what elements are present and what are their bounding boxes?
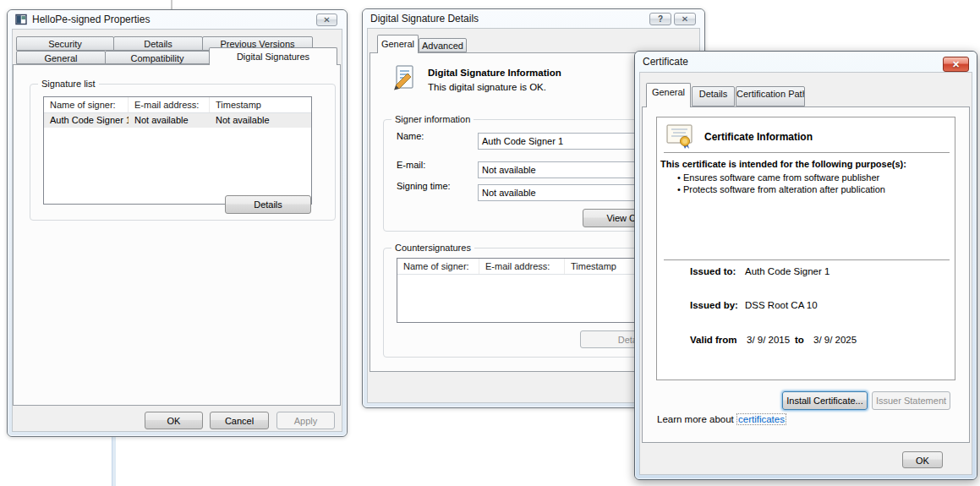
desktop: HelloPe-signed Properties ✕ Security Det… bbox=[0, 0, 980, 486]
window-title: HelloPe-signed Properties bbox=[32, 14, 150, 25]
apply-button: Apply bbox=[276, 412, 335, 429]
divider bbox=[664, 152, 950, 153]
tab-general[interactable]: General bbox=[377, 35, 419, 53]
certificate-info-box: Certificate Information This certificate… bbox=[656, 117, 955, 380]
cell-name-of-signer: Auth Code Signer 1 bbox=[44, 113, 129, 128]
tab-digital-signatures[interactable]: Digital Signatures bbox=[209, 47, 337, 65]
digital-signatures-page: Signature list Name of signer: E-mail ad… bbox=[13, 64, 341, 406]
tab-details[interactable]: Details bbox=[692, 86, 735, 106]
purpose-heading: This certificate is intended for the fol… bbox=[660, 159, 906, 169]
cell-email-address: Not available bbox=[129, 113, 210, 128]
signature-list-label: Signature list bbox=[38, 79, 99, 89]
signing-time-label: Signing time: bbox=[397, 181, 451, 191]
purpose-item: Protects software from alteration after … bbox=[677, 184, 885, 194]
valid-to-value: 3/ 9/ 2025 bbox=[813, 335, 857, 345]
ok-button[interactable]: OK bbox=[902, 451, 943, 468]
close-icon: ✕ bbox=[682, 14, 688, 24]
background-window-edge bbox=[112, 437, 116, 486]
details-button[interactable]: Details bbox=[225, 195, 311, 214]
purpose-item: Ensures software came from software publ… bbox=[677, 172, 879, 183]
question-icon: ? bbox=[658, 14, 663, 24]
learn-more-text: Learn more about certificates bbox=[657, 414, 786, 424]
certificate-icon bbox=[665, 123, 696, 150]
cell-timestamp: Not available bbox=[210, 113, 311, 128]
certificate-general-page: Certificate Information This certificate… bbox=[642, 106, 970, 443]
issued-to-label: Issued to: bbox=[690, 266, 736, 276]
tab-details[interactable]: Details bbox=[113, 36, 203, 51]
certificates-link[interactable]: certificates bbox=[736, 413, 786, 425]
install-certificate-button[interactable]: Install Certificate... bbox=[782, 391, 868, 410]
application-icon bbox=[15, 14, 27, 25]
tab-security[interactable]: Security bbox=[16, 36, 114, 51]
signature-status-text: This digital signature is OK. bbox=[428, 82, 546, 92]
help-button[interactable]: ? bbox=[649, 13, 671, 25]
signature-document-icon bbox=[392, 65, 418, 91]
certificate-info-title: Certificate Information bbox=[704, 131, 813, 143]
name-label: Name: bbox=[397, 131, 424, 141]
learn-more-prefix: Learn more about bbox=[657, 414, 734, 424]
divider bbox=[664, 259, 950, 260]
valid-from-value: 3/ 9/ 2015 bbox=[747, 335, 790, 345]
signature-info-title: Digital Signature Information bbox=[428, 68, 561, 78]
signature-list[interactable]: Name of signer: E-mail address: Timestam… bbox=[43, 96, 312, 205]
close-button[interactable]: ✕ bbox=[674, 13, 696, 25]
column-header[interactable]: Name of signer: bbox=[44, 97, 129, 112]
background-window-edge bbox=[171, 0, 172, 9]
valid-to-word: to bbox=[795, 335, 804, 345]
column-header[interactable]: E-mail address: bbox=[129, 97, 210, 112]
table-row[interactable]: Auth Code Signer 1 Not available Not ava… bbox=[44, 113, 311, 128]
signature-list-header: Name of signer: E-mail address: Timestam… bbox=[44, 97, 311, 113]
tab-certification-path[interactable]: Certification Path bbox=[736, 86, 805, 106]
close-button[interactable]: ✕ bbox=[316, 14, 337, 26]
close-icon: ✕ bbox=[952, 59, 960, 69]
column-header[interactable]: Timestamp bbox=[210, 97, 311, 112]
tab-general[interactable]: General bbox=[16, 51, 106, 64]
issued-by-label: Issued by: bbox=[690, 300, 738, 310]
properties-dialog-titlebar[interactable]: HelloPe-signed Properties bbox=[8, 10, 347, 29]
certificate-body: General Details Certification Path Certi… bbox=[639, 72, 972, 475]
issued-to-value: Auth Code Signer 1 bbox=[745, 266, 829, 276]
column-header[interactable]: E-mail address: bbox=[479, 259, 565, 274]
tab-general[interactable]: General bbox=[646, 83, 691, 107]
certificate-titlebar[interactable]: Certificate bbox=[635, 52, 977, 72]
close-button[interactable]: ✕ bbox=[943, 57, 969, 72]
window-title: Certificate bbox=[643, 56, 688, 68]
tab-advanced[interactable]: Advanced bbox=[419, 38, 467, 52]
issuer-statement-button: Issuer Statement bbox=[872, 391, 950, 410]
email-label: E-mail: bbox=[397, 160, 425, 170]
window-title: Digital Signature Details bbox=[370, 13, 479, 25]
tab-compatibility[interactable]: Compatibility bbox=[105, 51, 210, 64]
signer-information-label: Signer information bbox=[391, 114, 474, 124]
issued-by-value: DSS Root CA 10 bbox=[745, 300, 818, 310]
column-header[interactable]: Name of signer: bbox=[397, 259, 479, 274]
close-icon: ✕ bbox=[323, 15, 330, 25]
cancel-button[interactable]: Cancel bbox=[210, 412, 269, 429]
properties-dialog-window: HelloPe-signed Properties ✕ Security Det… bbox=[7, 9, 348, 437]
certificate-dialog-window: Certificate ✕ General Details Certificat… bbox=[634, 51, 977, 480]
properties-dialog-body: Security Details Previous Versions Gener… bbox=[12, 29, 342, 432]
countersignatures-label: Countersignatures bbox=[391, 243, 474, 253]
valid-from-label: Valid from bbox=[690, 335, 737, 345]
ok-button[interactable]: OK bbox=[145, 412, 203, 429]
